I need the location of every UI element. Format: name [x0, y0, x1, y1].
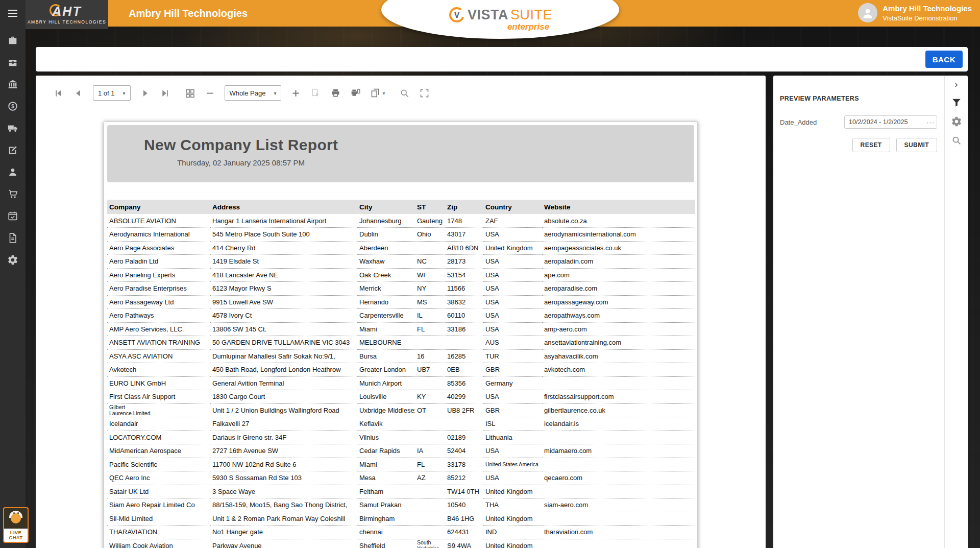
filter-icon[interactable]	[951, 97, 962, 108]
app-root: $ AHT AMBRY HILL TECHNOLOGIES Ambry Hill…	[0, 0, 980, 548]
finance-icon[interactable]: $	[7, 101, 18, 112]
table-cell: Aero Paladin Ltd	[107, 255, 210, 269]
table-cell: 33186	[445, 322, 483, 336]
panel-title: PREVIEW PARAMETERS	[780, 95, 937, 102]
calendar-icon[interactable]	[7, 210, 18, 222]
table-cell: 28173	[445, 255, 483, 269]
reset-button[interactable]: RESET	[852, 138, 890, 152]
copy-export-icon[interactable]: ▾	[370, 88, 385, 99]
table-cell: aeropageassociates.co.uk	[542, 241, 695, 255]
brand-vista: VISTA	[468, 7, 508, 23]
settings-gear-icon[interactable]	[951, 116, 962, 127]
report-table-body: ABSOLUTE AVIATIONHangar 1 Lanseria Inter…	[107, 214, 695, 548]
table-row: Satair UK Ltd3 Space WayeFelthamTW14 0TH…	[107, 485, 695, 498]
next-page-icon[interactable]	[140, 88, 151, 99]
table-row: Aero Paradise Enterprises6123 Mayor Pkwy…	[107, 282, 695, 296]
print-icon[interactable]	[330, 88, 341, 99]
back-button[interactable]: BACK	[925, 51, 963, 68]
table-cell	[415, 336, 445, 350]
chevron-down-icon: ▾	[382, 90, 385, 96]
table-cell: 418 Lancaster Ave NE	[210, 268, 357, 282]
user-info: Ambry Hill Technologies VistaSuite Demon…	[858, 3, 972, 22]
report-table-header-row: CompanyAddressCitySTZipCountryWebsite	[107, 200, 695, 214]
live-chat-widget[interactable]: LIVE CHAT	[3, 507, 29, 543]
pointer-mode-icon[interactable]	[310, 88, 321, 99]
table-cell: Miami	[357, 322, 415, 336]
table-row: THARAVIATIONNo1 Hanger gatechennai624431…	[107, 526, 695, 539]
table-cell: 2727 16th Avenue SW	[210, 444, 357, 458]
table-cell: Samut Prakan	[357, 498, 415, 512]
bank-icon[interactable]	[7, 79, 18, 90]
avatar[interactable]	[858, 3, 877, 22]
report-date: Thursday, 02 January 2025 08:57 PM	[144, 158, 338, 167]
table-cell: Dublin	[357, 228, 415, 242]
table-cell: 11566	[445, 282, 483, 296]
truck-icon[interactable]	[7, 123, 18, 134]
table-cell: ansettaviationtraining.com	[542, 336, 695, 350]
table-cell: USA	[483, 282, 542, 296]
table-cell	[415, 512, 445, 526]
zoom-in-icon[interactable]	[290, 88, 301, 99]
table-cell: amp-aero.com	[542, 322, 695, 336]
print-page-icon[interactable]	[350, 88, 361, 99]
last-page-icon[interactable]	[160, 88, 170, 99]
table-cell: Sheffield	[357, 539, 415, 548]
submit-button[interactable]: SUBMIT	[896, 138, 937, 152]
table-cell: firstclassairsupport.com	[542, 390, 695, 404]
multi-page-view-icon[interactable]	[185, 88, 195, 99]
table-cell	[445, 417, 483, 431]
table-cell: 624431	[445, 526, 483, 539]
logo-caption: AMBRY HILL TECHNOLOGIES	[28, 19, 106, 25]
table-row: Avkotech450 Bath Road, Longford London H…	[107, 363, 695, 377]
table-cell	[415, 376, 445, 390]
zoom-select[interactable]: Whole Page▾	[225, 85, 282, 101]
column-header: Company	[107, 200, 210, 214]
table-cell: South Yorkshire	[415, 539, 445, 548]
table-cell: IND	[483, 526, 542, 539]
table-cell: 414 Cherry Rd	[210, 241, 357, 255]
search-icon[interactable]	[399, 88, 410, 99]
table-cell: S9 4WA	[445, 539, 483, 548]
invoice-icon[interactable]	[7, 232, 18, 244]
fullscreen-icon[interactable]	[419, 88, 430, 99]
table-row: Aero Pathways4578 Ivory CtCarpentersvill…	[107, 309, 695, 323]
table-cell: Keflavik	[357, 417, 415, 431]
date-range-input[interactable]	[844, 115, 937, 129]
table-cell: Aero Page Associates	[107, 241, 210, 255]
table-row: ANSETT AVIATION TRAINING50 GARDEN DRIVE …	[107, 336, 695, 350]
previous-page-icon[interactable]	[73, 88, 84, 99]
briefcase-icon[interactable]	[7, 57, 18, 68]
table-cell: Aero Pathways	[107, 309, 210, 323]
cart-icon[interactable]	[7, 188, 18, 200]
table-cell: AZ	[415, 471, 445, 485]
report-page: New Company List Report Thursday, 02 Jan…	[104, 122, 698, 548]
table-cell: United Kingdom	[483, 539, 542, 548]
hamburger-menu-button[interactable]	[0, 0, 26, 27]
table-cell: Aero Passageway Ltd	[107, 295, 210, 309]
search-icon[interactable]	[951, 135, 962, 146]
table-cell: IA	[415, 444, 445, 458]
page-select[interactable]: 1 of 1▾	[93, 85, 131, 101]
edit-order-icon[interactable]	[7, 145, 18, 156]
table-cell: 3 Space Waye	[210, 485, 357, 498]
table-cell: NY	[415, 282, 445, 296]
parts-box-icon[interactable]	[7, 35, 18, 46]
table-cell: Avkotech	[107, 363, 210, 377]
settings-gear-icon[interactable]	[7, 254, 18, 266]
technician-icon[interactable]	[7, 166, 18, 178]
table-cell: ASYA ASC AVIATION	[107, 349, 210, 363]
table-cell: 33178	[445, 458, 483, 471]
collapse-chevron-icon[interactable]: ›	[954, 78, 958, 89]
zoom-out-icon[interactable]	[205, 88, 215, 99]
table-cell: LOCATORY.COM	[107, 431, 210, 444]
first-page-icon[interactable]	[53, 88, 64, 99]
logo-text: AHT	[52, 4, 81, 18]
table-cell: 16285	[445, 349, 483, 363]
table-cell: Dumlupinar Mahallesi Safir Sokak No:9/1,	[210, 349, 357, 363]
table-row: Aerodynamics International545 Metro Plac…	[107, 228, 695, 242]
table-cell: 11700 NW 102nd Rd Suite 6	[210, 458, 357, 471]
date-range-more-button[interactable]: ···	[925, 116, 936, 128]
table-row: Aero Page Associates414 Cherry RdAberdee…	[107, 241, 695, 255]
table-cell: 0EB	[445, 363, 483, 377]
table-cell: WI	[415, 268, 445, 282]
